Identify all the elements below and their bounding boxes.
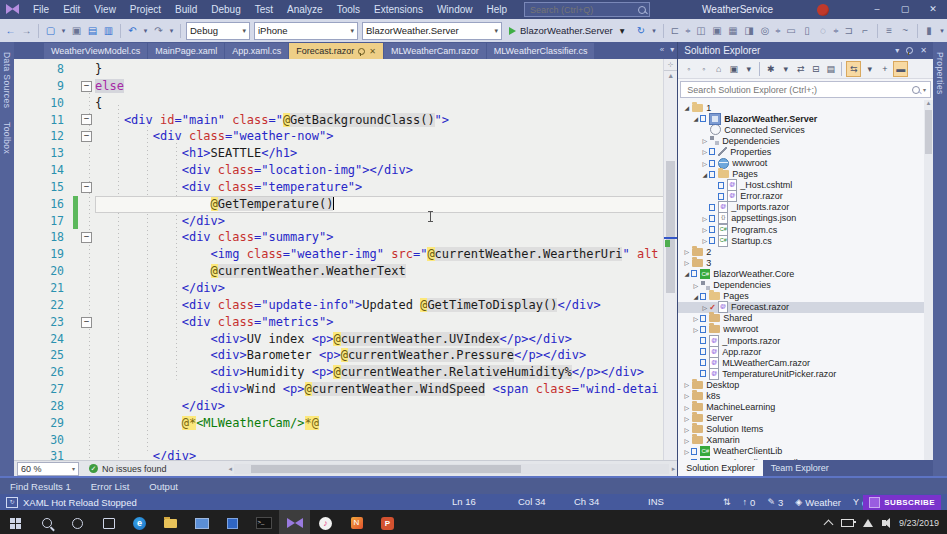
code-line[interactable]: 31 </div> bbox=[14, 448, 677, 460]
tab-overflow-icon[interactable]: « bbox=[660, 45, 664, 54]
code-line[interactable]: 11− <div id="main" class="@GetBackground… bbox=[14, 112, 677, 129]
scrollbar-thumb[interactable] bbox=[251, 465, 521, 473]
code-text[interactable]: </div> bbox=[95, 213, 677, 230]
menu-test[interactable]: Test bbox=[248, 0, 280, 19]
code-text[interactable]: </div> bbox=[95, 448, 677, 460]
tab-app-xaml-cs[interactable]: App.xaml.cs bbox=[225, 43, 288, 59]
code-line[interactable]: 13 <h1>SEATTLE</h1> bbox=[14, 145, 677, 162]
collapsed-arrow-icon[interactable]: ▷ bbox=[700, 304, 709, 311]
code-line[interactable]: 20 @currentWeather.WeatherText bbox=[14, 263, 677, 280]
scroll-left-arrow[interactable]: ◂ bbox=[227, 465, 235, 473]
menu-help[interactable]: Help bbox=[479, 0, 514, 19]
expanded-arrow-icon[interactable]: ◢ bbox=[682, 270, 691, 277]
bookmark-icon[interactable]: ▮ bbox=[923, 23, 936, 38]
collapsed-arrow-icon[interactable]: ▷ bbox=[700, 226, 709, 233]
terminal-taskbar-button[interactable] bbox=[248, 510, 279, 534]
collapsed-arrow-icon[interactable]: ▷ bbox=[682, 426, 691, 433]
code-line[interactable]: 12− <div class="weather-now"> bbox=[14, 128, 677, 145]
music-taskbar-button[interactable] bbox=[310, 510, 341, 534]
options-icon[interactable]: ✱ bbox=[764, 62, 777, 76]
code-line[interactable]: 16 @GetTemperature() bbox=[14, 196, 677, 213]
combo-blazorweather-server[interactable]: BlazorWeather.Server▾ bbox=[362, 22, 502, 40]
expanded-arrow-icon[interactable]: ◢ bbox=[682, 104, 691, 111]
collapsed-arrow-icon[interactable]: ▷ bbox=[682, 392, 691, 399]
fold-toggle[interactable]: − bbox=[81, 182, 92, 193]
solution-search-input[interactable] bbox=[685, 84, 912, 96]
start-debugging-button[interactable]: BlazorWeather.Server ▾ bbox=[505, 23, 632, 39]
minimize-button[interactable]: – bbox=[863, 0, 891, 19]
properties-icon[interactable]: + bbox=[878, 62, 891, 76]
back-icon[interactable]: ◦ bbox=[682, 62, 695, 76]
settings-gear-icon[interactable]: ◎ bbox=[759, 23, 772, 38]
dropdown-icon[interactable]: ▾ bbox=[60, 23, 67, 38]
code-text[interactable]: <div class="weather-now"> bbox=[95, 128, 677, 145]
code-line[interactable]: 24 <div>UV index <p>@currentWeather.UVIn… bbox=[14, 331, 677, 348]
code-line[interactable]: 10{ bbox=[14, 95, 677, 112]
cloud-icon[interactable]: ◌ bbox=[817, 23, 830, 38]
folder-tool-icon[interactable]: ⊐ bbox=[843, 23, 856, 38]
notes-taskbar-button[interactable] bbox=[341, 510, 372, 534]
open-file-icon[interactable]: ▣ bbox=[70, 23, 83, 38]
code-text[interactable]: @currentWeather.WeatherText bbox=[95, 263, 677, 280]
tree-item-wwwroot[interactable]: ▷wwwroot bbox=[678, 324, 933, 335]
code-text[interactable]: else bbox=[95, 78, 677, 95]
collapsed-arrow-icon[interactable]: ▷ bbox=[691, 315, 700, 322]
toggle-icon[interactable]: ≑ bbox=[775, 23, 782, 38]
menu-analyze[interactable]: Analyze bbox=[280, 0, 330, 19]
tab-mainpage-xaml[interactable]: MainPage.xaml bbox=[148, 43, 224, 59]
fold-toggle[interactable]: − bbox=[81, 114, 92, 125]
tree-item-pages[interactable]: ◢Pages bbox=[678, 291, 933, 302]
tree-item-machinelearning[interactable]: ▷MachineLearning bbox=[678, 402, 933, 413]
tree-item-3[interactable]: ▷3 bbox=[678, 257, 933, 268]
tree-item-pages[interactable]: ◢Pages bbox=[678, 169, 933, 180]
menu-window[interactable]: Window bbox=[430, 0, 480, 19]
subscribe-badge[interactable]: SUBSCRIBE bbox=[863, 495, 941, 510]
code-line[interactable]: 8} bbox=[14, 61, 677, 78]
battery-icon[interactable] bbox=[841, 519, 854, 527]
code-line[interactable]: 26 <div>Humidity <p>@currentWeather.Rela… bbox=[14, 364, 677, 381]
chevron-down-icon[interactable]: ▾ bbox=[895, 46, 899, 55]
code-line[interactable]: 21 </div> bbox=[14, 280, 677, 297]
code-text[interactable]: } bbox=[95, 61, 677, 78]
pin-icon[interactable] bbox=[906, 47, 913, 54]
fold-toggle[interactable]: − bbox=[81, 232, 92, 243]
scrollbar-thumb[interactable] bbox=[925, 110, 932, 154]
pending-edits-count[interactable]: ✎3 bbox=[767, 497, 783, 508]
start-taskbar-button[interactable] bbox=[0, 510, 31, 534]
bottom-tab-error-list[interactable]: Error List bbox=[91, 481, 130, 492]
code-text[interactable]: <div>UV index <p>@currentWeather.UVIndex… bbox=[95, 331, 677, 348]
vertical-scrollbar[interactable]: ▲ bbox=[924, 100, 933, 460]
tree-item-wwwroot[interactable]: ▷wwwroot bbox=[678, 157, 933, 168]
collapsed-arrow-icon[interactable]: ▷ bbox=[700, 215, 709, 222]
dropdown-icon[interactable]: ▾ bbox=[742, 62, 755, 76]
bottom-tab-output[interactable]: Output bbox=[149, 481, 178, 492]
code-text[interactable]: <img class="weather-img" src="@currentWe… bbox=[95, 246, 677, 263]
edge-taskbar-button[interactable] bbox=[124, 510, 155, 534]
collapsed-arrow-icon[interactable]: ▷ bbox=[700, 160, 709, 167]
powerpoint-taskbar-button[interactable] bbox=[372, 510, 403, 534]
menu-extensions[interactable]: Extensions bbox=[367, 0, 430, 19]
tree-item-1[interactable]: ◢1 bbox=[678, 102, 933, 113]
tree-item-program-cs[interactable]: ▷Program.cs bbox=[678, 224, 933, 235]
tree-item-app-razor[interactable]: App.razor bbox=[678, 346, 933, 357]
menu-debug[interactable]: Debug bbox=[204, 0, 247, 19]
rename-icon[interactable]: ⌐ bbox=[859, 23, 872, 38]
code-text[interactable]: <h1>SEATTLE</h1> bbox=[95, 145, 677, 162]
collapse-all-icon[interactable]: ⊟ bbox=[809, 62, 822, 76]
code-text[interactable]: <div class="summary"> bbox=[95, 229, 677, 246]
tree-item-startup-cs[interactable]: ▷Startup.cs bbox=[678, 235, 933, 246]
code-text[interactable]: <div>Humidity <p>@currentWeather.Relativ… bbox=[95, 364, 677, 381]
code-text[interactable] bbox=[95, 432, 677, 449]
switch-views-icon[interactable]: ▣ bbox=[727, 62, 740, 76]
menu-tools[interactable]: Tools bbox=[330, 0, 367, 19]
scroll-up-arrow[interactable]: ▲ bbox=[926, 100, 932, 106]
toggle-icon[interactable]: ≑ bbox=[833, 23, 840, 38]
collapsed-arrow-icon[interactable]: ▷ bbox=[700, 148, 709, 155]
tree-item-weatherclientlib[interactable]: ▷WeatherClientLib bbox=[678, 446, 933, 457]
tree-item-desktop[interactable]: ▷Desktop bbox=[678, 379, 933, 390]
pin-icon[interactable] bbox=[358, 48, 365, 55]
panel-tab-team-explorer[interactable]: Team Explorer bbox=[763, 460, 837, 476]
package-icon[interactable]: ▣ bbox=[711, 23, 724, 38]
code-line[interactable]: 18− <div class="summary"> bbox=[14, 229, 677, 246]
code-text[interactable]: <div class="update-info">Updated @GetTim… bbox=[95, 297, 677, 314]
